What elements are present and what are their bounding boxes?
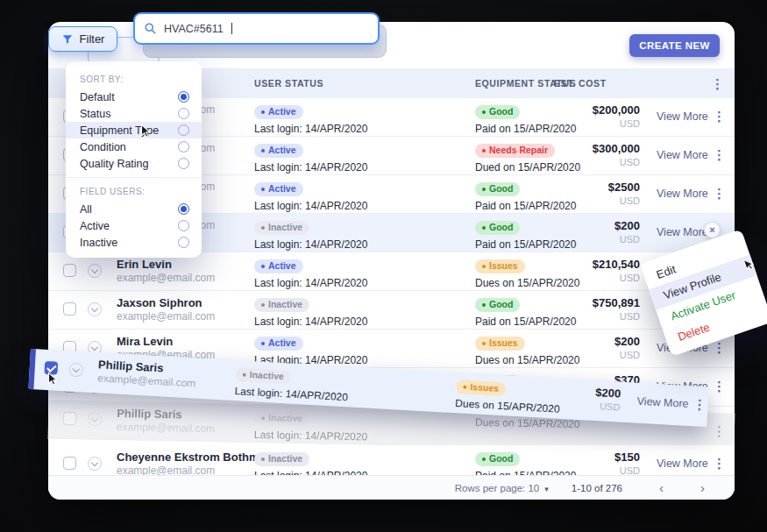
sort-by-label: SORT BY: <box>66 68 202 89</box>
expand-chevron-icon[interactable] <box>68 362 83 377</box>
pagination-range: 1-10 of 276 <box>572 483 622 493</box>
user-status-note: Last login: 14/APR/2020 <box>254 200 367 212</box>
view-more-link[interactable]: View More <box>636 395 689 410</box>
rows-per-page[interactable]: Rows per page: 10▾ <box>455 483 549 493</box>
expand-chevron-icon[interactable] <box>88 302 102 316</box>
sort-option-default[interactable]: Default <box>66 89 202 105</box>
users-option-active[interactable]: Active <box>66 217 202 234</box>
row-menu-icon[interactable]: ⋮ <box>692 395 707 414</box>
user-status-note: Last login: 14/APR/2020 <box>254 123 367 135</box>
cost-currency: USD <box>552 272 640 284</box>
row-menu-icon[interactable]: ⋮ <box>713 185 726 202</box>
table-row: Jaxson Siphron example@email.com Inactiv… <box>48 291 735 330</box>
user-status-note: Last login: 14/APR/2020 <box>254 238 367 251</box>
sort-option-equipment-type[interactable]: Equipment Type <box>66 122 202 138</box>
row-menu-icon[interactable]: ⋮ <box>713 378 726 395</box>
user-cell: Phillip Saris example@email.com <box>117 407 216 436</box>
cost-amount: $300,000 <box>552 142 640 156</box>
view-more-link[interactable]: View More <box>657 226 708 238</box>
filter-dropdown: SORT BY: Default Status Equipment Type C… <box>66 61 202 258</box>
sort-option-condition[interactable]: Condition <box>66 138 202 155</box>
row-menu-icon[interactable]: ⋮ <box>713 422 726 440</box>
row-menu-icon[interactable]: ⋮ <box>713 455 726 472</box>
user-name: Cheyenne Ekstrom Bothman <box>117 450 273 465</box>
user-status-badge: Active <box>254 337 303 351</box>
expand-chevron-icon[interactable] <box>88 412 102 426</box>
radio-icon[interactable] <box>178 108 189 119</box>
user-status-badge: Active <box>254 182 303 196</box>
radio-icon[interactable] <box>178 220 189 231</box>
row-checkbox[interactable] <box>63 457 76 470</box>
users-option-all[interactable]: All <box>66 201 202 217</box>
radio-icon[interactable] <box>178 141 189 153</box>
user-status-cell: Inactive Last login: 14/APR/2020 <box>254 295 367 328</box>
user-status-note: Last login: 14/APR/2020 <box>254 161 367 174</box>
row-checkbox[interactable] <box>63 302 76 316</box>
row-menu-icon[interactable]: ⋮ <box>713 146 726 164</box>
radio-icon[interactable] <box>178 158 189 169</box>
cost-amount: $200 <box>552 335 640 349</box>
sort-option-status[interactable]: Status <box>66 105 202 122</box>
app-canvas: USER STATUS EQUIPMENT STATUS EST. COST ⋮… <box>0 0 767 532</box>
cost-amount: $750,891 <box>552 296 640 310</box>
sort-option-quality-rating[interactable]: Quality Rating <box>66 155 202 172</box>
user-status-cell: Active Last login: 14/APR/2020 <box>254 103 367 135</box>
row-menu-icon[interactable]: ⋮ <box>713 108 726 125</box>
user-email: example@email.com <box>117 421 215 436</box>
user-name: Mira Levin <box>117 335 215 349</box>
users-option-inactive[interactable]: Inactive <box>66 234 202 251</box>
user-cell: Erin Levin example@email.com <box>117 258 215 285</box>
user-status-badge: Active <box>254 259 303 273</box>
user-status-cell: Active Last login: 14/APR/2020 <box>254 257 367 289</box>
radio-icon[interactable] <box>178 124 189 136</box>
text-caret <box>231 23 232 34</box>
filter-button-label: Filter <box>80 32 105 46</box>
radio-selected-icon[interactable] <box>178 91 189 103</box>
cost-currency: USD <box>552 117 640 130</box>
radio-icon[interactable] <box>178 237 189 248</box>
cost-cell: $150 USD <box>552 450 640 477</box>
equipment-status-badge: Issues <box>475 337 525 351</box>
equipment-status-badge: Good <box>475 298 520 312</box>
search-icon <box>144 22 157 35</box>
cost-cell: $210,540 USD <box>552 258 640 284</box>
cost-amount: $210,540 <box>552 258 640 272</box>
header-menu-icon[interactable]: ⋮ <box>711 75 724 93</box>
equipment-status-badge: Good <box>475 182 520 196</box>
next-page-button[interactable]: › <box>693 482 712 494</box>
search-input[interactable]: HVAC#5611 <box>133 12 380 45</box>
row-checkbox[interactable] <box>63 412 76 425</box>
view-more-link[interactable]: View More <box>657 110 708 123</box>
row-checkbox[interactable] <box>63 264 76 277</box>
user-email: example@email.com <box>117 310 215 323</box>
create-new-button[interactable]: CREATE NEW <box>629 34 720 57</box>
field-users-label: FIELD USERS: <box>66 177 202 201</box>
view-more-link[interactable]: View More <box>657 458 708 470</box>
user-status-cell: Inactive Last login: 14/APR/2020 <box>254 408 368 443</box>
cost-amount: $200 <box>552 219 640 233</box>
user-name: Jaxson Siphron <box>117 296 215 310</box>
cost-cell: $750,891 USD <box>552 296 640 323</box>
user-name: Erin Levin <box>117 258 215 272</box>
equipment-status-badge: Issues <box>456 379 507 396</box>
table-footer: Rows per page: 10▾ 1-10 of 276 ‹ › <box>48 475 735 500</box>
user-status-badge: Inactive <box>254 411 309 426</box>
mouse-cursor-icon <box>138 124 153 138</box>
view-more-link[interactable]: View More <box>657 149 708 161</box>
table-row: Erin Levin example@email.com Active Last… <box>48 252 735 291</box>
view-more-link[interactable]: View More <box>657 188 708 200</box>
user-status-cell: Inactive Last login: 14/APR/2020 <box>254 218 367 251</box>
filter-button[interactable]: Filter <box>48 26 117 52</box>
equipment-status-badge: Good <box>475 105 520 119</box>
equipment-status-badge: Issues <box>475 259 525 273</box>
expand-chevron-icon[interactable] <box>88 457 102 471</box>
col-header-user-status: USER STATUS <box>254 78 323 89</box>
user-status-note: Last login: 14/APR/2020 <box>254 277 367 289</box>
user-status-badge: Inactive <box>254 452 309 466</box>
expand-chevron-icon[interactable] <box>88 264 102 278</box>
cost-cell: $200 USD <box>552 219 640 245</box>
mouse-cursor-icon <box>46 372 60 387</box>
prev-page-button[interactable]: ‹ <box>652 482 671 494</box>
user-status-note: Last login: 14/APR/2020 <box>254 429 368 443</box>
radio-selected-icon[interactable] <box>178 203 189 215</box>
